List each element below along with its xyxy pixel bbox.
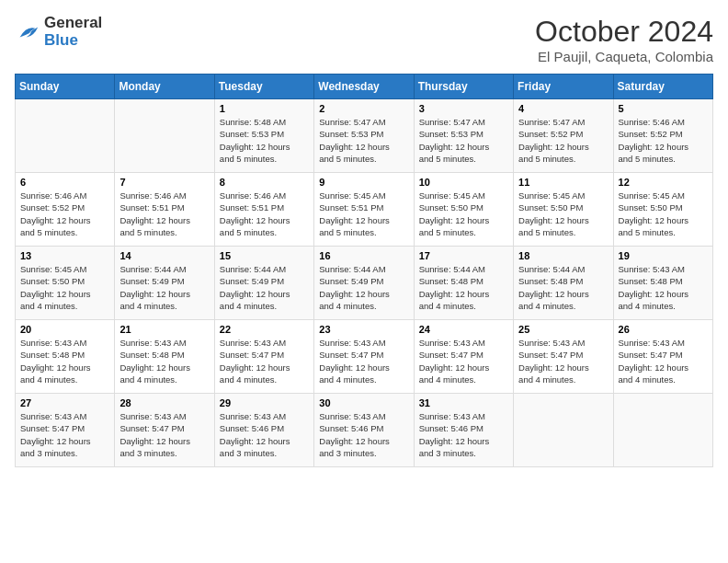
calendar-cell: 1Sunrise: 5:48 AM Sunset: 5:53 PM Daylig… <box>214 99 313 173</box>
calendar-cell: 31Sunrise: 5:43 AM Sunset: 5:46 PM Dayli… <box>414 394 513 467</box>
day-number: 8 <box>220 177 309 188</box>
day-of-week-header: Tuesday <box>214 75 313 99</box>
day-number: 22 <box>220 324 309 335</box>
calendar-cell: 19Sunrise: 5:43 AM Sunset: 5:48 PM Dayli… <box>613 247 712 320</box>
calendar-cell: 18Sunrise: 5:44 AM Sunset: 5:48 PM Dayli… <box>514 247 613 320</box>
logo: General Blue <box>15 15 102 49</box>
title-area: October 2024 El Paujil, Caqueta, Colombi… <box>535 15 713 64</box>
day-number: 14 <box>119 250 209 261</box>
day-number: 11 <box>518 177 608 188</box>
day-number: 13 <box>20 250 109 261</box>
day-number: 6 <box>20 177 109 188</box>
day-number: 17 <box>419 250 508 261</box>
day-number: 20 <box>20 324 109 335</box>
day-info: Sunrise: 5:43 AM Sunset: 5:47 PM Dayligh… <box>619 337 708 385</box>
day-number: 2 <box>319 103 408 114</box>
day-number: 15 <box>220 250 309 261</box>
calendar-cell: 28Sunrise: 5:43 AM Sunset: 5:47 PM Dayli… <box>115 394 214 467</box>
calendar-cell: 15Sunrise: 5:44 AM Sunset: 5:49 PM Dayli… <box>214 247 313 320</box>
calendar-cell: 23Sunrise: 5:43 AM Sunset: 5:47 PM Dayli… <box>314 320 414 394</box>
calendar-cell: 9Sunrise: 5:45 AM Sunset: 5:51 PM Daylig… <box>314 173 414 247</box>
calendar-cell: 21Sunrise: 5:43 AM Sunset: 5:48 PM Dayli… <box>115 320 214 394</box>
day-info: Sunrise: 5:43 AM Sunset: 5:47 PM Dayligh… <box>419 337 508 385</box>
day-info: Sunrise: 5:47 AM Sunset: 5:53 PM Dayligh… <box>319 116 408 165</box>
day-number: 4 <box>518 103 608 114</box>
calendar-cell: 5Sunrise: 5:46 AM Sunset: 5:52 PM Daylig… <box>613 99 712 173</box>
calendar-table: SundayMondayTuesdayWednesdayThursdayFrid… <box>15 74 713 467</box>
day-number: 12 <box>619 177 708 188</box>
day-info: Sunrise: 5:43 AM Sunset: 5:48 PM Dayligh… <box>619 263 708 312</box>
day-number: 3 <box>419 103 508 114</box>
day-of-week-header: Thursday <box>414 75 513 99</box>
logo-text-blue: Blue <box>44 32 102 50</box>
day-info: Sunrise: 5:46 AM Sunset: 5:52 PM Dayligh… <box>20 190 109 238</box>
calendar-cell: 11Sunrise: 5:45 AM Sunset: 5:50 PM Dayli… <box>514 173 613 247</box>
day-of-week-header: Friday <box>514 75 613 99</box>
calendar-cell: 2Sunrise: 5:47 AM Sunset: 5:53 PM Daylig… <box>314 99 414 173</box>
day-info: Sunrise: 5:46 AM Sunset: 5:52 PM Dayligh… <box>619 116 708 165</box>
calendar-week-row: 13Sunrise: 5:45 AM Sunset: 5:50 PM Dayli… <box>16 247 713 320</box>
day-number: 1 <box>220 103 309 114</box>
day-number: 21 <box>119 324 209 335</box>
day-number: 28 <box>119 397 209 408</box>
day-number: 29 <box>220 397 309 408</box>
day-info: Sunrise: 5:44 AM Sunset: 5:48 PM Dayligh… <box>419 263 508 312</box>
day-info: Sunrise: 5:44 AM Sunset: 5:48 PM Dayligh… <box>518 263 608 312</box>
calendar-cell: 3Sunrise: 5:47 AM Sunset: 5:53 PM Daylig… <box>414 99 513 173</box>
day-info: Sunrise: 5:43 AM Sunset: 5:47 PM Dayligh… <box>20 410 109 459</box>
day-info: Sunrise: 5:45 AM Sunset: 5:50 PM Dayligh… <box>419 190 508 238</box>
location-label: El Paujil, Caqueta, Colombia <box>535 49 713 64</box>
day-info: Sunrise: 5:46 AM Sunset: 5:51 PM Dayligh… <box>119 190 209 238</box>
calendar-cell: 14Sunrise: 5:44 AM Sunset: 5:49 PM Dayli… <box>115 247 214 320</box>
day-info: Sunrise: 5:43 AM Sunset: 5:47 PM Dayligh… <box>119 410 209 459</box>
day-number: 7 <box>119 177 209 188</box>
day-number: 31 <box>419 397 508 408</box>
calendar-cell: 29Sunrise: 5:43 AM Sunset: 5:46 PM Dayli… <box>214 394 313 467</box>
day-number: 27 <box>20 397 109 408</box>
page-header: General Blue October 2024 El Paujil, Caq… <box>15 15 713 64</box>
calendar-cell: 24Sunrise: 5:43 AM Sunset: 5:47 PM Dayli… <box>414 320 513 394</box>
day-of-week-header: Sunday <box>16 75 115 99</box>
day-info: Sunrise: 5:48 AM Sunset: 5:53 PM Dayligh… <box>220 116 309 165</box>
day-number: 16 <box>319 250 408 261</box>
calendar-week-row: 20Sunrise: 5:43 AM Sunset: 5:48 PM Dayli… <box>16 320 713 394</box>
day-info: Sunrise: 5:45 AM Sunset: 5:50 PM Dayligh… <box>619 190 708 238</box>
day-info: Sunrise: 5:46 AM Sunset: 5:51 PM Dayligh… <box>220 190 309 238</box>
day-number: 26 <box>619 324 708 335</box>
day-number: 19 <box>619 250 708 261</box>
day-number: 10 <box>419 177 508 188</box>
calendar-cell: 10Sunrise: 5:45 AM Sunset: 5:50 PM Dayli… <box>414 173 513 247</box>
day-info: Sunrise: 5:44 AM Sunset: 5:49 PM Dayligh… <box>319 263 408 312</box>
day-info: Sunrise: 5:43 AM Sunset: 5:48 PM Dayligh… <box>20 337 109 385</box>
calendar-week-row: 6Sunrise: 5:46 AM Sunset: 5:52 PM Daylig… <box>16 173 713 247</box>
calendar-week-row: 1Sunrise: 5:48 AM Sunset: 5:53 PM Daylig… <box>16 99 713 173</box>
day-of-week-header: Monday <box>115 75 214 99</box>
day-info: Sunrise: 5:43 AM Sunset: 5:48 PM Dayligh… <box>119 337 209 385</box>
calendar-cell: 25Sunrise: 5:43 AM Sunset: 5:47 PM Dayli… <box>514 320 613 394</box>
calendar-cell: 6Sunrise: 5:46 AM Sunset: 5:52 PM Daylig… <box>16 173 115 247</box>
day-number: 18 <box>518 250 608 261</box>
calendar-cell: 20Sunrise: 5:43 AM Sunset: 5:48 PM Dayli… <box>16 320 115 394</box>
day-number: 25 <box>518 324 608 335</box>
logo-icon <box>15 19 40 45</box>
day-info: Sunrise: 5:43 AM Sunset: 5:47 PM Dayligh… <box>220 337 309 385</box>
day-number: 23 <box>319 324 408 335</box>
calendar-cell: 8Sunrise: 5:46 AM Sunset: 5:51 PM Daylig… <box>214 173 313 247</box>
calendar-cell: 4Sunrise: 5:47 AM Sunset: 5:52 PM Daylig… <box>514 99 613 173</box>
day-info: Sunrise: 5:45 AM Sunset: 5:50 PM Dayligh… <box>20 263 109 312</box>
day-info: Sunrise: 5:43 AM Sunset: 5:47 PM Dayligh… <box>518 337 608 385</box>
calendar-cell: 17Sunrise: 5:44 AM Sunset: 5:48 PM Dayli… <box>414 247 513 320</box>
calendar-cell <box>115 99 214 173</box>
day-info: Sunrise: 5:44 AM Sunset: 5:49 PM Dayligh… <box>119 263 209 312</box>
day-number: 9 <box>319 177 408 188</box>
day-info: Sunrise: 5:43 AM Sunset: 5:46 PM Dayligh… <box>419 410 508 459</box>
calendar-cell <box>16 99 115 173</box>
calendar-cell: 22Sunrise: 5:43 AM Sunset: 5:47 PM Dayli… <box>214 320 313 394</box>
calendar-cell: 13Sunrise: 5:45 AM Sunset: 5:50 PM Dayli… <box>16 247 115 320</box>
day-info: Sunrise: 5:45 AM Sunset: 5:50 PM Dayligh… <box>518 190 608 238</box>
day-info: Sunrise: 5:45 AM Sunset: 5:51 PM Dayligh… <box>319 190 408 238</box>
day-of-week-header: Wednesday <box>314 75 414 99</box>
calendar-cell: 16Sunrise: 5:44 AM Sunset: 5:49 PM Dayli… <box>314 247 414 320</box>
day-info: Sunrise: 5:47 AM Sunset: 5:52 PM Dayligh… <box>518 116 608 165</box>
day-number: 30 <box>319 397 408 408</box>
